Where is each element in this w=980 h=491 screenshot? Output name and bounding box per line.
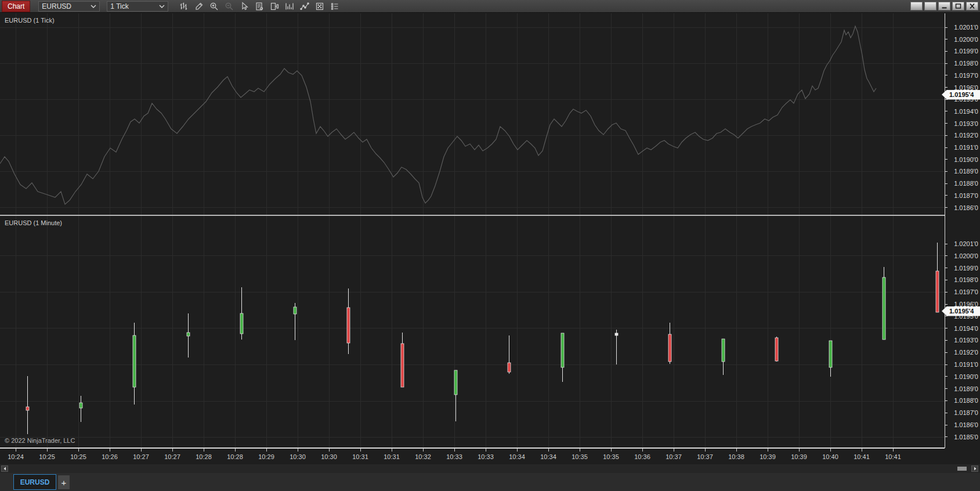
price-tick-mark	[945, 304, 948, 305]
price-tick-mark	[945, 87, 948, 88]
panel-tick[interactable]: EURUSD (1 Tick)	[0, 13, 945, 215]
price-tick-mark	[945, 425, 948, 425]
minimize-icon	[941, 3, 948, 9]
chart-style-button[interactable]	[177, 1, 191, 12]
time-tick-mark	[141, 449, 142, 452]
scroll-left-button[interactable]	[1, 465, 8, 472]
indicators-button[interactable]	[283, 1, 296, 12]
maximize-button[interactable]	[952, 2, 964, 10]
time-tick-label: 10:27	[164, 453, 180, 460]
time-tick-mark	[674, 449, 674, 452]
price-tick-mark	[945, 413, 948, 413]
minute-chart-canvas[interactable]	[0, 216, 945, 447]
price-tick-label: 1.0189'0	[954, 385, 978, 392]
time-tick-label: 10:34	[509, 453, 525, 460]
add-tab-button[interactable]: +	[58, 475, 70, 489]
scroll-right-button[interactable]	[971, 465, 978, 472]
price-tick-label: 1.0198'0	[954, 276, 978, 283]
price-tick-label: 1.0188'0	[954, 397, 978, 404]
price-tick-label: 1.0186'0	[954, 421, 978, 428]
time-tick-mark	[736, 449, 737, 452]
price-tick-mark	[945, 171, 948, 172]
interval-selector[interactable]: 1 Tick	[107, 1, 168, 12]
last-price-badge: 1.0195'4	[942, 90, 980, 100]
time-tick-label: 10:31	[352, 453, 368, 460]
time-tick-label: 10:26	[102, 453, 118, 460]
time-tick-mark	[642, 449, 643, 452]
price-tick-mark	[945, 376, 948, 377]
h-scrollbar	[0, 464, 980, 473]
price-tick-mark	[945, 147, 948, 148]
time-tick-label: 10:37	[666, 453, 682, 460]
price-tick-mark	[945, 328, 948, 328]
price-tick-mark	[945, 195, 948, 196]
time-tick-mark	[548, 449, 549, 452]
checkered-flag-icon	[315, 2, 324, 11]
zoom-out-button[interactable]	[222, 1, 236, 12]
draw-button[interactable]	[192, 1, 206, 12]
zoom-in-button[interactable]	[207, 1, 221, 12]
chart-panel-button[interactable]	[267, 1, 281, 12]
price-tick-mark	[945, 51, 948, 52]
price-tick-mark	[945, 352, 948, 353]
time-tick-mark	[893, 449, 894, 452]
chart-bottom-border	[0, 447, 945, 448]
price-tick-label: 1.0194'0	[954, 108, 978, 115]
price-tick-mark	[945, 436, 948, 437]
panel-divider[interactable]	[0, 215, 980, 216]
panel-minute[interactable]: EURUSD (1 Minute)© 2022 NinjaTrader, LLC	[0, 216, 945, 447]
scrollbar-thumb[interactable]	[957, 467, 967, 471]
price-tick-label: 1.0193'0	[954, 337, 978, 344]
time-tick-label: 10:35	[603, 453, 619, 460]
time-tick-label: 10:41	[885, 453, 901, 460]
time-tick-mark	[611, 449, 612, 452]
price-tick-mark	[945, 63, 948, 64]
time-tick-label: 10:28	[196, 453, 212, 460]
price-tick-label: 1.0186'0	[954, 204, 978, 211]
interval-link-button[interactable]	[924, 2, 936, 10]
drawing-tools-button[interactable]	[298, 1, 312, 12]
cursor-button[interactable]	[237, 1, 251, 12]
time-tick-label: 10:28	[227, 453, 243, 460]
minimize-button[interactable]	[938, 2, 950, 10]
close-button[interactable]	[966, 2, 978, 10]
strategies-button[interactable]	[313, 1, 327, 12]
time-tick-mark	[78, 449, 79, 452]
price-tick-label: 1.0190'0	[954, 373, 978, 380]
price-tick-mark	[945, 292, 948, 293]
time-tick-label: 10:36	[634, 453, 650, 460]
tab-eurusd[interactable]: EURUSD	[13, 474, 56, 490]
time-tick-label: 10:30	[290, 453, 306, 460]
time-tick-mark	[392, 449, 392, 452]
tab-bar: EURUSD +	[0, 473, 980, 491]
tick-chart-canvas[interactable]	[0, 13, 945, 215]
time-tick-mark	[329, 449, 330, 452]
instrument-selector[interactable]: EURUSD	[38, 1, 100, 12]
ninjatrader-chart-window: Chart EURUSD 1 Tick	[0, 0, 980, 491]
price-axis[interactable]: 1.0201'01.0200'01.0199'01.0198'01.0197'0…	[945, 13, 980, 448]
price-tick-mark	[945, 123, 948, 124]
instrument-link-button[interactable]	[910, 2, 923, 10]
time-axis[interactable]: 10:2410:2510:2510:2610:2710:2710:2810:28…	[0, 448, 945, 464]
chart-menu-button[interactable]: Chart	[2, 1, 30, 12]
instrument-value: EURUSD	[42, 2, 71, 10]
price-tick-mark	[945, 388, 948, 389]
properties-button[interactable]	[328, 1, 342, 12]
price-tick-label: 1.0189'0	[954, 168, 978, 175]
price-tick-label: 1.0199'0	[954, 265, 978, 272]
time-tick-label: 10:39	[760, 453, 776, 460]
price-tick-mark	[945, 135, 948, 136]
price-tick-label: 1.0193'0	[954, 120, 978, 127]
price-tick-mark	[945, 111, 948, 111]
price-tick-label: 1.0200'0	[954, 36, 978, 43]
data-box-button[interactable]	[252, 1, 266, 12]
price-tick-label: 1.0201'0	[954, 24, 978, 31]
last-price-badge: 1.0195'4	[942, 306, 980, 316]
time-tick-label: 10:29	[258, 453, 274, 460]
time-tick-mark	[580, 449, 580, 452]
time-tick-label: 10:34	[540, 453, 556, 460]
time-tick-mark	[486, 449, 486, 452]
price-tick-label: 1.0190'0	[954, 156, 978, 163]
time-tick-label: 10:40	[822, 453, 838, 460]
time-tick-label: 10:25	[39, 453, 55, 460]
